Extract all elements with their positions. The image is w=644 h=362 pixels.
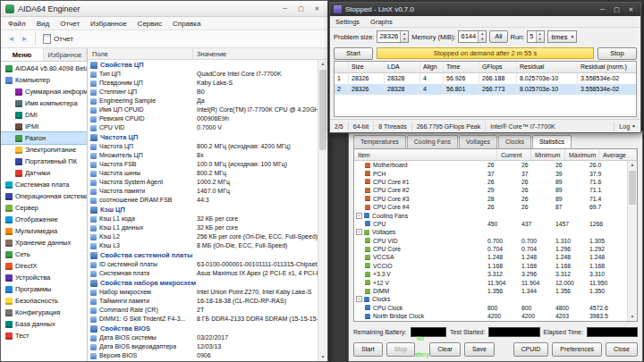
column-header-average[interactable]: Average xyxy=(599,149,637,160)
memory-input[interactable]: 6144 ▲▼ xyxy=(458,30,487,43)
menu-item-settings[interactable]: Settings xyxy=(330,18,365,26)
statistics-scrollbar[interactable]: ▲ ▼ xyxy=(627,161,637,321)
sidebar-tab-1[interactable]: Избранное xyxy=(44,48,87,61)
maximize-icon[interactable]: ▢ xyxy=(293,3,309,14)
stat-row-cpu[interactable]: CPU45043714571266 xyxy=(354,220,627,228)
save-button[interactable]: Save xyxy=(464,342,495,357)
tree-item-computer[interactable]: Компьютер xyxy=(1,74,87,86)
group-row-cooling-fans[interactable]: −Cooling Fans xyxy=(354,211,627,219)
spinner-arrows-icon[interactable]: ▲▼ xyxy=(478,31,486,42)
stat-row-pch[interactable]: PCH37373937.9 xyxy=(354,169,627,177)
property-row[interactable]: Степпинг ЦПB0 xyxy=(88,88,318,97)
column-header-minimum[interactable]: Minimum xyxy=(531,149,565,160)
run-count-input[interactable]: 5 ▲▼ xyxy=(527,30,544,43)
property-row[interactable]: CPU VID0.7000 V xyxy=(88,123,318,132)
report-button[interactable]: Отчет xyxy=(39,33,77,45)
property-row[interactable]: Псевдоним ЦПKaby Lake-S xyxy=(88,79,318,88)
start-button[interactable]: Start xyxy=(353,342,383,357)
property-row[interactable]: Ревизия CPUID000906E9h xyxy=(88,114,318,123)
tree-item-os[interactable]: Операционная система xyxy=(1,190,87,202)
tree-item-devices[interactable]: Устройства xyxy=(1,272,87,283)
close-button[interactable]: Close xyxy=(606,342,638,357)
stat-row-dimm[interactable]: DIMM1.3561.3441.3561.350 xyxy=(354,287,627,295)
property-row[interactable]: Engineering SampleДа xyxy=(88,97,318,105)
menu-item-0[interactable]: Файл xyxy=(3,20,31,28)
sidebar-tab-0[interactable]: Меню xyxy=(1,48,44,61)
menu-item-4[interactable]: Сервис xyxy=(132,20,167,28)
tree-item-storage[interactable]: Хранение данных xyxy=(1,237,87,248)
run-unit-dropdown[interactable]: times ▼ xyxy=(547,30,578,43)
log-dropdown[interactable]: Log▼ xyxy=(614,122,640,131)
tree-item-database[interactable]: База данных xyxy=(1,318,87,330)
tree-item-directx[interactable]: DirectX xyxy=(1,260,87,272)
collapse-expander-icon[interactable]: − xyxy=(356,296,362,302)
property-row[interactable]: Кэш L1 данных32 КБ per core xyxy=(88,223,318,232)
aida64-titlebar[interactable]: AIDA64 Engineer ─ ▢ ✕ xyxy=(1,1,327,17)
property-row[interactable]: Тип ЦПQuadCore Intel Core i7-7700K xyxy=(88,70,318,79)
tree-item-config[interactable]: Конфигурация xyxy=(1,307,87,318)
tree-item-aida-logo[interactable]: AIDA64 v5.80.4098 Beta xyxy=(1,63,87,74)
stat-row-vccio[interactable]: VCCIO1.1681.1681.1681.168 xyxy=(354,262,627,270)
menu-item-5[interactable]: Справка xyxy=(167,20,206,28)
preferences-button[interactable]: Preferences xyxy=(552,342,602,357)
close-icon[interactable]: ✕ xyxy=(624,4,638,15)
property-row[interactable]: Частота ЦП800.2 МГц (исходная: 4200 МГц) xyxy=(88,142,318,151)
stat-row-cpu-core[interactable]: CPU Core0.7040.7041.2961.292 xyxy=(354,245,627,253)
minimize-icon[interactable]: ─ xyxy=(596,4,609,15)
property-row[interactable]: Частота шины800.2 МГц xyxy=(88,169,318,178)
stat-row-north-bridge-clock[interactable]: North Bridge Clock4200420042033983.5 xyxy=(354,312,627,320)
scrollbar-thumb[interactable] xyxy=(319,70,326,150)
property-row[interactable]: Версия BIOS0906 xyxy=(88,351,318,360)
back-arrow-icon[interactable]: ◄ xyxy=(4,33,18,46)
tab-statistics[interactable]: Statistics xyxy=(532,135,572,148)
spinner-arrows-icon[interactable]: ▲▼ xyxy=(536,31,544,42)
property-row[interactable]: Частота памяти1467.0 МГц xyxy=(88,187,318,196)
maximize-icon[interactable]: ▢ xyxy=(610,4,623,15)
tab-clocks[interactable]: Clocks xyxy=(498,135,531,148)
tree-item-dmi[interactable]: DMI xyxy=(1,109,87,121)
tree-item-display[interactable]: Отображение xyxy=(1,214,87,225)
stat-row-motherboard[interactable]: Motherboard26262626.0 xyxy=(354,161,627,169)
stat-row-dimm[interactable]: DIMM1467146514671466.2 xyxy=(354,320,627,321)
scroll-down-icon[interactable]: ▼ xyxy=(628,313,637,321)
result-row[interactable]: 12832628328456.926266.1888.025703e-103.5… xyxy=(335,73,636,84)
menu-item-graphs[interactable]: Graphs xyxy=(365,18,398,26)
value-column-header[interactable]: Значение xyxy=(193,48,327,59)
tree-item-server[interactable]: Сервер xyxy=(1,202,87,214)
tree-item-overclock[interactable]: Разгон xyxy=(1,132,87,144)
tree-item-ipmi[interactable]: IPMI xyxy=(1,121,87,132)
tree-item-programs[interactable]: Программы xyxy=(1,283,87,295)
stat-row-3-3-v[interactable]: +3.3 V3.3123.2963.3123.310 xyxy=(354,270,627,278)
property-row[interactable]: Частота System Agent1000.2 МГц xyxy=(88,178,318,187)
tab-temperatures[interactable]: Temperatures xyxy=(353,135,406,148)
all-button[interactable]: All xyxy=(489,30,507,43)
property-row[interactable]: Дата BIOS системы03/22/2017 xyxy=(88,333,318,342)
property-row[interactable]: Command Rate (CR)2T xyxy=(88,306,318,315)
clear-button[interactable]: Clear xyxy=(429,342,461,357)
tree-item-summary[interactable]: Суммарная информация xyxy=(1,86,87,97)
property-row[interactable]: ID системной платы63-0100-000001-0010111… xyxy=(88,260,318,269)
spinner-arrows-icon[interactable]: ▲▼ xyxy=(400,31,408,42)
property-row[interactable]: Кэш L2256 КБ per core (On-Die, ECC, Full… xyxy=(88,232,318,241)
group-row-clocks[interactable]: −Clocks xyxy=(354,295,627,303)
stat-row-cpu-core-3[interactable]: CPU Core #328268971.4 xyxy=(354,195,627,203)
column-header-item[interactable]: Item xyxy=(354,149,497,160)
tree-item-benchmark[interactable]: Тест xyxy=(1,330,87,341)
stat-row-cpu-vid[interactable]: CPU VID0.7000.7001.3101.305 xyxy=(354,237,627,245)
property-row[interactable]: Кэш L38 МБ (On-Die, ECC, Full-Speed) xyxy=(88,241,318,250)
linx-titlebar[interactable]: Stopped - LinX v0.7.0 ─ ▢ ✕ xyxy=(330,3,640,16)
group-row-voltages[interactable]: −Voltages xyxy=(354,228,627,236)
property-row[interactable]: Множитель ЦП8x xyxy=(88,151,318,160)
scroll-up-icon[interactable]: ▲ xyxy=(318,60,327,68)
start-button[interactable]: Start xyxy=(334,47,373,60)
collapse-expander-icon[interactable]: − xyxy=(356,229,362,235)
tab-cooling-fans[interactable]: Cooling Fans xyxy=(407,135,458,148)
scroll-down-icon[interactable]: ▼ xyxy=(318,353,327,361)
stat-row-vccsa[interactable]: VCCSA1.2481.2481.2481.248 xyxy=(354,253,627,261)
column-header-current[interactable]: Current xyxy=(497,149,531,160)
result-row[interactable]: 22832628328456.801266.7738.025703e-103.5… xyxy=(335,84,636,95)
tree-item-multimedia[interactable]: Мультимедиа xyxy=(1,225,87,237)
property-row[interactable]: Кэш L1 кода32 КБ per core xyxy=(88,215,318,223)
property-row[interactable]: DIMM1: G Skill TridentZ F4-3...8 ГБ DDR4… xyxy=(88,315,318,324)
scroll-up-icon[interactable]: ▲ xyxy=(628,161,637,169)
